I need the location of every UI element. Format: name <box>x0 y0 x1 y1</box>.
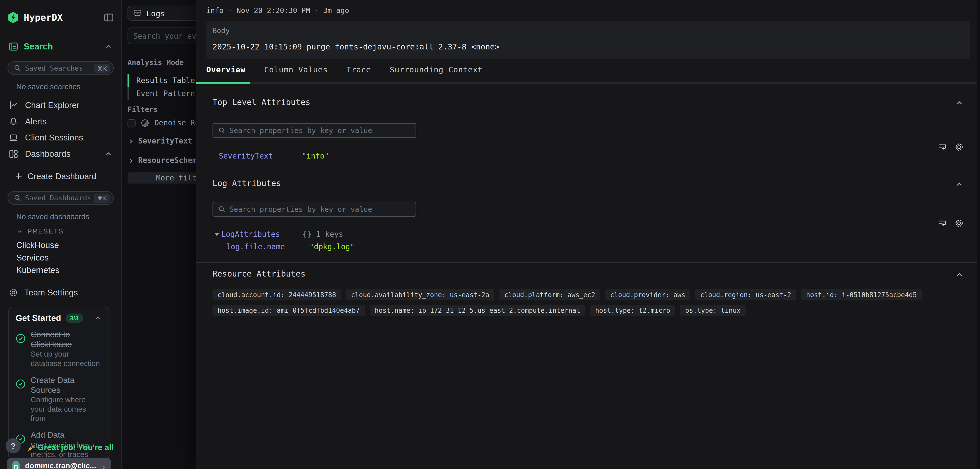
get-started-item-desc: Configure where your data comes from <box>30 395 102 423</box>
client-sessions-label: Client Sessions <box>25 133 113 142</box>
user-menu[interactable]: D dominic.tran@clic... dominic.tran@clic… <box>7 458 111 469</box>
chart-icon <box>9 100 18 109</box>
search-icon <box>218 127 226 134</box>
detail-tabs: Overview Column Values Trace Surrounding… <box>206 65 970 82</box>
property-search-field[interactable] <box>229 205 410 214</box>
section-title: Log Attributes <box>213 179 964 188</box>
chevron-up-icon[interactable] <box>104 150 113 158</box>
check-circle-icon <box>16 379 25 389</box>
attribute-tree-root[interactable]: LogAttributes {} 1 keys <box>213 230 964 239</box>
plus-icon <box>15 172 22 180</box>
gear-icon[interactable] <box>955 143 964 152</box>
saved-searches-field[interactable] <box>25 64 90 72</box>
alerts-label: Alerts <box>25 116 113 126</box>
presets-label: PRESETS <box>27 227 64 235</box>
body-card: Body 2025-10-22 10:15:09 purge fonts-dej… <box>206 21 970 59</box>
property-search-box[interactable] <box>213 123 416 138</box>
saved-dashboards-field[interactable] <box>25 194 90 202</box>
section-title: Top Level Attributes <box>213 97 964 107</box>
resource-chip[interactable]: cloud.region: us-east-2 <box>695 289 796 300</box>
avatar: D <box>12 461 20 469</box>
property-search-field[interactable] <box>229 126 410 135</box>
chevron-up-icon[interactable] <box>104 42 113 50</box>
presets-toggle[interactable]: PRESETS <box>0 221 121 235</box>
hyperdx-logo-icon <box>7 12 19 23</box>
chart-explorer-label: Chart Explorer <box>25 100 113 109</box>
mode-label: Event Patterns <box>136 89 200 98</box>
preset-kubernetes[interactable]: Kubernetes <box>0 264 121 277</box>
divider <box>0 54 121 54</box>
sidebar-item-alerts[interactable]: Alerts <box>0 113 121 129</box>
sidebar-item-team-settings[interactable]: Team Settings <box>0 284 121 301</box>
section-top-level-attributes: Top Level Attributes <box>196 84 980 172</box>
event-timestamp: Nov 20 2:20:30 PM <box>237 6 310 15</box>
chevron-up-icon[interactable] <box>94 314 102 322</box>
brand-title: HyperDX <box>24 13 99 22</box>
sidebar-item-client-sessions[interactable]: Client Sessions <box>0 129 121 146</box>
shortcut-badge: ⌘K <box>94 193 110 203</box>
preset-clickhouse[interactable]: ClickHouse <box>0 239 121 252</box>
attribute-row[interactable]: SeverityText "info" <box>213 152 964 160</box>
wrap-lines-icon[interactable] <box>937 219 947 228</box>
gear-icon[interactable] <box>955 219 964 228</box>
logo-row: HyperDX <box>0 0 121 25</box>
resource-chip[interactable]: cloud.platform: aws_ec2 <box>500 289 600 300</box>
scrollbar-gutter[interactable] <box>977 0 980 469</box>
preset-services[interactable]: Services <box>0 252 121 264</box>
get-started-item[interactable]: Create Data Sources Configure where your… <box>16 375 102 423</box>
resource-chip[interactable]: host.name: ip-172-31-12-5.us-east-2.comp… <box>370 305 585 316</box>
no-saved-dashboards-text: No saved dashboards <box>0 205 121 221</box>
gear-icon <box>9 287 18 297</box>
resource-chip[interactable]: host.type: t2.micro <box>590 305 675 316</box>
tab-trace[interactable]: Trace <box>347 65 371 82</box>
saved-searches-input[interactable]: ⌘K <box>7 61 114 75</box>
sidebar: HyperDX Search <box>0 0 122 469</box>
divider <box>0 164 121 164</box>
attribute-meta: {} 1 keys <box>302 230 343 239</box>
denoise-icon <box>141 119 149 127</box>
presets-list: ClickHouse Services Kubernetes <box>0 239 121 277</box>
search-icon <box>14 64 21 71</box>
section-resource-attributes: Resource Attributes cloud.account.id: 24… <box>196 263 980 327</box>
section-title: Resource Attributes <box>213 269 964 279</box>
app: HyperDX Search <box>0 0 980 469</box>
tab-overview[interactable]: Overview <box>206 65 245 82</box>
resource-chip[interactable]: cloud.provider: aws <box>605 289 690 300</box>
active-tab-indicator <box>196 82 250 84</box>
saved-dashboards-input[interactable]: ⌘K <box>7 191 114 205</box>
dashboards-icon <box>9 149 18 158</box>
collapse-section-icon[interactable] <box>955 99 964 107</box>
attribute-row[interactable]: log.file.name "dpkg.log" <box>213 242 964 251</box>
sidebar-search-label: Search <box>24 41 99 51</box>
get-started-card: Get Started 3/3 Connect to ClickHouse Se… <box>8 307 110 460</box>
check-circle-icon <box>16 333 25 343</box>
no-saved-searches-text: No saved searches <box>0 75 121 91</box>
sidebar-item-dashboards[interactable]: Dashboards <box>0 146 121 162</box>
chevron-right-icon <box>101 464 106 469</box>
tab-column-values[interactable]: Column Values <box>264 65 328 82</box>
sidebar-item-chart-explorer[interactable]: Chart Explorer <box>0 97 121 113</box>
body-label: Body <box>213 26 964 35</box>
resource-chip[interactable]: host.id: i-0510b81275acbe4d5 <box>801 289 922 300</box>
chevron-right-icon <box>127 157 135 164</box>
attribute-key: LogAttributes <box>221 230 302 239</box>
get-started-item[interactable]: Connect to ClickHouse Set up your databa… <box>16 330 102 369</box>
resource-attribute-chips: cloud.account.id: 244449518788 cloud.ava… <box>213 289 964 316</box>
resource-chip[interactable]: cloud.availability_zone: us-east-2a <box>346 289 494 300</box>
wrap-lines-icon[interactable] <box>937 143 947 152</box>
collapse-sidebar-icon[interactable] <box>104 13 114 22</box>
sidebar-item-search[interactable]: Search <box>0 39 121 54</box>
help-button[interactable]: ? <box>6 439 21 453</box>
resource-chip[interactable]: host.image.id: ami-0f5fcdfbd140e4ab7 <box>213 305 365 316</box>
collapse-section-icon[interactable] <box>955 180 964 189</box>
logs-source-icon <box>133 9 142 17</box>
resource-chip[interactable]: cloud.account.id: 244449518788 <box>213 289 341 300</box>
bell-icon <box>9 116 18 126</box>
denoise-checkbox[interactable] <box>127 119 136 127</box>
tab-surrounding-context[interactable]: Surrounding Context <box>390 65 483 82</box>
collapse-section-icon[interactable] <box>955 271 964 279</box>
property-search-box[interactable] <box>213 201 416 217</box>
create-dashboard-button[interactable]: Create Dashboard <box>0 168 121 184</box>
celebration-message: Great job! You're all <box>26 443 114 452</box>
resource-chip[interactable]: os.type: linux <box>680 305 746 316</box>
